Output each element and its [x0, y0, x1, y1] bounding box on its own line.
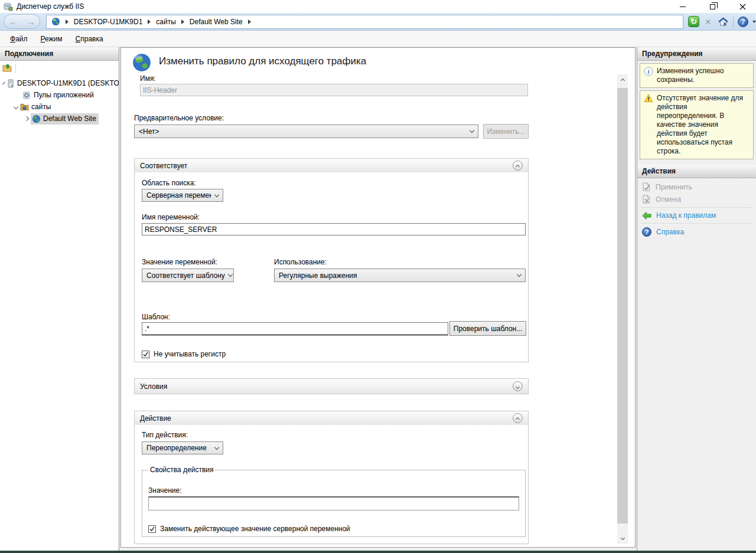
address-bar[interactable]: DESKTOP-U1MK9D1 сайты Default Web Site	[46, 15, 683, 29]
help-icon[interactable]: ?	[738, 17, 748, 27]
body: Подключения DESKTOP-U1MK9D1 (DESKTOP	[0, 47, 756, 551]
name-field[interactable]	[140, 84, 528, 96]
selected-tree-item[interactable]: Default Web Site	[31, 113, 99, 125]
main-scrollbar[interactable]	[617, 74, 628, 544]
action-cancel[interactable]: Отмена	[637, 193, 756, 205]
replace-value-label: Заменить действующее значение серверной …	[160, 525, 350, 533]
separator	[641, 223, 752, 224]
tree-item-default-web-site[interactable]: Default Web Site	[0, 113, 119, 125]
alert-warning: Отсутствует значение для действия переоп…	[640, 90, 754, 159]
precondition-label: Предварительное условие:	[134, 114, 224, 122]
pattern-field[interactable]	[142, 322, 448, 335]
back-nav-icon[interactable]: ←	[9, 18, 17, 26]
pattern-label: Шаблон:	[142, 313, 170, 321]
tree-item-label: DESKTOP-U1MK9D1 (DESKTOP	[17, 79, 119, 87]
scroll-down-button[interactable]	[617, 534, 628, 544]
refresh-icon[interactable]: ↻	[688, 16, 699, 27]
action-section-header: Действие	[135, 411, 528, 425]
variable-name-label: Имя переменной:	[142, 213, 200, 221]
window-title: Диспетчер служб IIS	[17, 2, 84, 11]
help-dropdown-icon[interactable]	[752, 21, 756, 23]
expand-toggle[interactable]	[513, 381, 523, 391]
breadcrumb-server[interactable]: DESKTOP-U1MK9D1	[74, 18, 142, 26]
name-label: Имя:	[140, 74, 156, 83]
conditions-section: Условия	[134, 378, 529, 394]
address-toolbar: ← → DESKTOP-U1MK9D1 сайты Default Web Si…	[0, 13, 756, 31]
ignore-case-checkbox[interactable]	[142, 351, 149, 358]
replace-value-row: Заменить действующее значение серверной …	[148, 525, 350, 533]
alert-text: Изменения успешно сохранены.	[657, 67, 750, 84]
connections-header: Подключения	[0, 47, 119, 61]
breadcrumb-default-web-site[interactable]: Default Web Site	[190, 18, 243, 26]
connections-panel: Подключения DESKTOP-U1MK9D1 (DESKTOP	[0, 47, 119, 551]
toolbar-icons: ↻ × ?	[688, 16, 756, 28]
chevron-down-icon	[214, 444, 219, 449]
variable-name-field[interactable]	[142, 223, 526, 235]
forward-nav-icon[interactable]: →	[27, 18, 35, 26]
variable-value-label: Значение переменной:	[142, 258, 217, 266]
stop-icon[interactable]: ×	[702, 16, 714, 28]
breadcrumb-arrow-icon[interactable]	[181, 19, 184, 24]
breadcrumb-arrow-icon[interactable]	[66, 19, 69, 24]
scrollbar-thumb[interactable]	[617, 88, 628, 523]
tree-item-sites[interactable]: сайты	[0, 101, 119, 113]
action-back-to-rules[interactable]: Назад к правилам	[637, 210, 756, 221]
ignore-case-label: Не учитывать регистр	[154, 350, 226, 358]
action-type-select[interactable]: Переопределение	[142, 441, 223, 454]
window-bottom-edge	[0, 551, 756, 553]
cancel-icon	[642, 195, 651, 204]
checkmark-icon	[143, 352, 148, 357]
chevron-down-icon	[228, 272, 233, 277]
globe-icon	[132, 53, 152, 73]
collapse-toggle[interactable]	[513, 413, 523, 423]
menubar: Файл Режим Справка	[0, 31, 756, 47]
breadcrumb-arrow-icon[interactable]	[148, 19, 151, 24]
menu-file[interactable]: Файл	[4, 32, 34, 46]
checkmark-icon	[149, 526, 155, 532]
save-connection-icon[interactable]	[2, 64, 12, 73]
chevron-down-icon	[517, 272, 522, 277]
breadcrumb-sites[interactable]: сайты	[156, 18, 176, 26]
back-arrow-icon	[642, 212, 651, 220]
action-apply[interactable]: Применить	[637, 181, 756, 193]
edit-precondition-button[interactable]: Изменить...	[483, 124, 529, 139]
tree-item-app-pools[interactable]: Пулы приложений	[0, 89, 119, 101]
test-pattern-button[interactable]: Проверить шаблон...	[449, 321, 526, 336]
using-select[interactable]: Регулярные выражения	[274, 269, 526, 282]
collapse-toggle[interactable]	[513, 161, 523, 171]
scope-select[interactable]: Серверная переменн	[142, 189, 223, 202]
connections-tree: DESKTOP-U1MK9D1 (DESKTOP Пулы приложений…	[0, 76, 119, 125]
alert-text: Отсутствует значение для действия переоп…	[657, 94, 750, 156]
tree-item-server[interactable]: DESKTOP-U1MK9D1 (DESKTOP	[0, 77, 119, 89]
menu-help[interactable]: Справка	[69, 32, 110, 46]
menu-view[interactable]: Режим	[34, 32, 69, 46]
actions-header: Действия	[637, 165, 756, 178]
chevron-down-icon[interactable]	[2, 82, 5, 85]
variable-value-select[interactable]: Соответствует шаблону	[142, 269, 234, 282]
minimize-button[interactable]	[669, 0, 696, 13]
value-field[interactable]	[148, 496, 519, 511]
restore-button[interactable]	[699, 0, 726, 13]
action-section: Действие Тип действия: Переопределение С…	[134, 411, 529, 544]
tree-item-label: Default Web Site	[43, 114, 96, 123]
close-button[interactable]	[729, 0, 756, 13]
alerts-header: Предупреждения	[637, 47, 756, 61]
action-help[interactable]: ? Справка	[637, 225, 756, 238]
home-icon[interactable]	[717, 16, 729, 28]
action-properties-group: Свойства действия Значение: Заменить дей…	[142, 466, 526, 537]
navigation-buttons: ← →	[4, 14, 40, 29]
ignore-case-row: Не учитывать регистр	[142, 350, 226, 358]
breadcrumb-arrow-icon[interactable]	[248, 19, 251, 24]
replace-value-checkbox[interactable]	[148, 525, 156, 533]
separator	[641, 207, 752, 208]
action-properties-title: Свойства действия	[148, 466, 215, 474]
chevron-right-icon[interactable]	[24, 116, 29, 121]
precondition-select[interactable]: <Нет>	[134, 125, 478, 138]
chevron-down-icon[interactable]	[14, 104, 18, 109]
globe-icon	[51, 17, 60, 26]
action-type-label: Тип действия:	[142, 431, 188, 439]
iis-manager-window: Диспетчер служб IIS ← → DESKTOP-U1MK9D1 …	[0, 0, 756, 553]
scroll-up-button[interactable]	[617, 74, 628, 84]
value-label: Значение:	[148, 486, 182, 495]
server-icon	[6, 79, 15, 88]
